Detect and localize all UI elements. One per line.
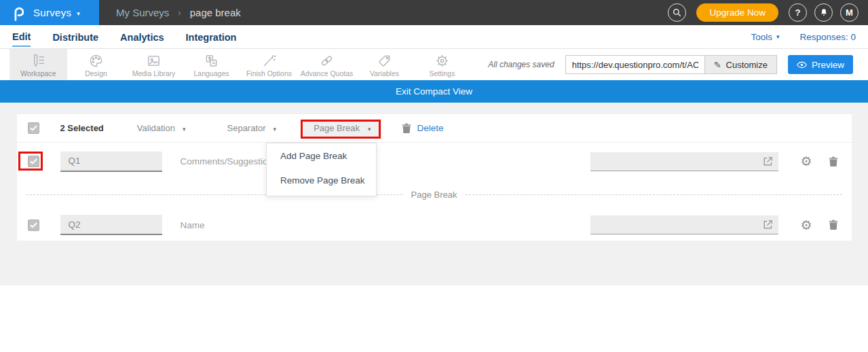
header-actions: Upgrade Now ? M [668,3,868,22]
breadcrumb-my-surveys[interactable]: My Surveys [116,7,169,18]
tab-integration[interactable]: Integration [186,27,237,46]
user-avatar[interactable]: M [840,3,858,22]
surveys-app-menu[interactable]: Surveys ▾ [0,0,99,25]
q2-checkbox[interactable] [28,219,39,231]
toolbar-label: Settings [430,69,455,77]
toolbar-label: Languages [194,69,229,77]
palette-icon [88,53,104,69]
toolbar-item-media-library[interactable]: Media Library [125,49,183,80]
image-icon [146,53,162,69]
q2-row-actions: ⚙ [590,215,840,234]
customize-label: Customize [726,60,768,70]
svg-text:A: A [212,60,215,66]
toolbar-item-workspace[interactable]: Workspace [10,49,67,80]
menu-item-remove-page-break[interactable]: Remove Page Break [267,168,376,192]
toolbar-item-settings[interactable]: Settings [413,49,471,80]
survey-nav-tabs: Edit Distribute Analytics Integration To… [0,25,868,49]
workspace-icon [31,53,46,69]
q2-answer-field[interactable] [590,215,778,234]
tab-edit[interactable]: Edit [12,27,31,47]
search-button[interactable] [668,3,686,22]
q1-answer-field[interactable] [590,152,778,171]
divider-line [466,194,842,195]
select-all-checkbox[interactable] [28,122,39,134]
q1-title: Comments/Suggestions: [181,156,280,166]
toolbar-item-variables[interactable]: Variables [356,49,413,80]
validation-dropdown[interactable]: Validation ▾ [137,123,186,133]
toolbar-item-languages[interactable]: A Languages [183,49,240,80]
bulk-actions-bar: 2 Selected Validation ▾ Separator ▾ Page… [17,114,852,143]
separator-dropdown[interactable]: Separator ▾ [227,123,277,133]
selected-count: 2 Selected [60,123,104,133]
chevron-down-icon: ▾ [183,126,186,133]
chevron-down-icon: ▾ [368,126,371,133]
q1-row-actions: ⚙ [590,152,840,171]
exit-compact-view-banner[interactable]: Exit Compact View [0,80,868,103]
menu-item-add-page-break[interactable]: Add Page Break [267,143,376,168]
question-row-q1: Comments/Suggestions: ⚙ [17,143,852,180]
tabs-right-links: Tools ▾ Responses: 0 [751,32,856,42]
page-break-dropdown[interactable]: Page Break ▾ [303,119,381,137]
q2-title: Name [181,220,205,230]
q2-delete-trash-icon[interactable] [829,219,838,230]
separator-label: Separator [227,123,266,133]
tools-menu[interactable]: Tools ▾ [751,32,779,42]
q1-settings-gear-icon[interactable]: ⚙ [800,155,812,168]
q1-code-input[interactable] [60,152,162,172]
customize-url-button[interactable]: ✎ Customize [704,55,777,74]
workspace-content: 2 Selected Validation ▾ Separator ▾ Page… [0,103,868,285]
top-header: Surveys ▾ My Surveys › page break Upgrad… [0,0,868,25]
toolbar-item-finish-options[interactable]: Finish Options [240,49,298,80]
responses-count-link[interactable]: Responses: 0 [799,32,856,42]
breadcrumb-survey-name: page break [190,7,241,18]
delete-label: Delete [417,123,444,133]
page-break-label: Page Break [314,123,360,133]
tag-icon [377,53,392,69]
tools-label: Tools [751,32,772,42]
external-link-icon[interactable] [762,156,774,167]
eye-icon [797,61,807,69]
delete-button[interactable]: Delete [402,123,444,134]
gear-icon [434,53,450,69]
trash-icon [402,123,411,134]
q2-settings-gear-icon[interactable]: ⚙ [800,219,812,232]
upgrade-now-button[interactable]: Upgrade Now [696,3,778,22]
external-link-icon[interactable] [762,219,774,230]
breadcrumb: My Surveys › page break [116,7,241,18]
save-status: All changes saved [488,60,554,69]
tab-analytics[interactable]: Analytics [120,27,164,46]
toolbar-label: Advance Quotas [301,69,354,77]
divider-label: Page Break [411,190,457,200]
toolbar-label: Workspace [20,69,56,77]
toolbar-item-advance-quotas[interactable]: Advance Quotas [298,49,356,80]
editor-toolbar: Workspace Design Media Library A Languag… [0,49,868,80]
product-name: Surveys [33,7,71,18]
page-break-divider: Page Break [17,180,852,209]
preview-label: Preview [812,60,844,70]
q1-checkbox[interactable] [28,156,39,167]
questions-card: 2 Selected Validation ▾ Separator ▾ Page… [17,114,852,241]
tab-distribute[interactable]: Distribute [52,27,98,46]
pencil-icon: ✎ [714,60,721,70]
toolbar-right: All changes saved ✎ Customize Preview [488,49,868,80]
translate-icon: A [204,53,219,69]
notifications-button[interactable] [814,3,833,22]
chevron-down-icon: ▾ [776,33,780,40]
preview-button[interactable]: Preview [788,55,853,74]
chevron-down-icon: ▾ [77,10,80,17]
chevron-down-icon: ▾ [273,126,277,133]
q2-code-input[interactable] [60,215,162,235]
questionpro-logo-icon [12,5,25,21]
q1-delete-trash-icon[interactable] [829,156,838,167]
validation-label: Validation [137,123,175,133]
toolbar-label: Design [85,69,107,77]
toolbar-label: Variables [370,69,399,77]
help-button[interactable]: ? [789,3,807,22]
toolbar-item-design[interactable]: Design [67,49,125,80]
breadcrumb-separator: › [178,7,181,18]
survey-url-input[interactable] [565,55,704,74]
toolbar-label: Media Library [132,69,176,77]
toolbar-label: Finish Options [246,69,292,77]
wand-icon [261,53,277,69]
page-break-menu: Add Page Break Remove Page Break [266,143,377,196]
